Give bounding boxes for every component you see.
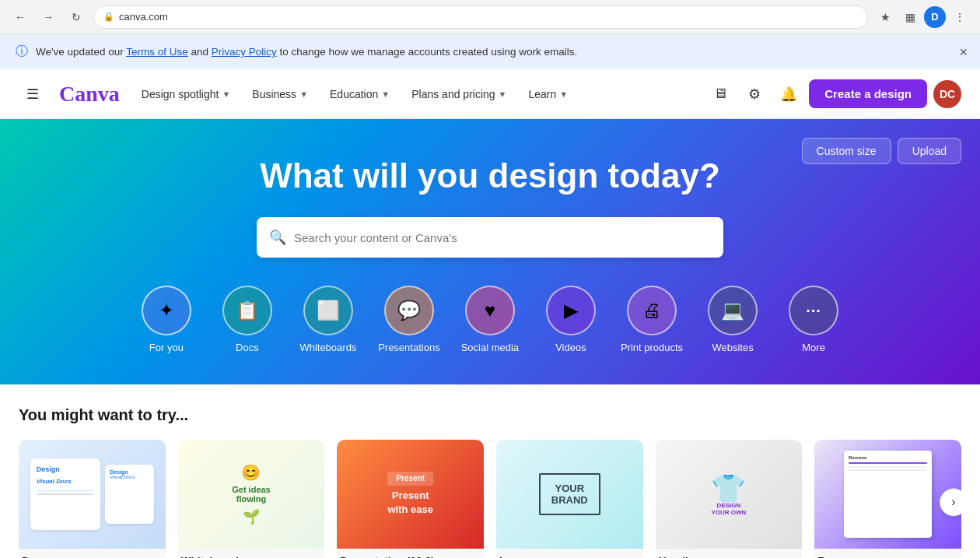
category-websites[interactable]: 💻 Websites [702,286,764,353]
browser-chrome: ← → ↻ 🔒 canva.com ★ ▦ D ⋮ [0,0,980,34]
upload-button[interactable]: Upload [898,138,961,164]
card-image-whiteboard: 😊 Get ideasflowing 🌱 [178,440,325,549]
card-label-hoodie: Hoodie [656,549,803,558]
nav-learn-label: Learn [528,88,556,100]
nav-design-spotlight[interactable]: Design spotlight ▼ [132,82,240,107]
terms-link[interactable]: Terms of Use [126,46,188,58]
card-image-presentation: Present Presentwith ease [337,440,484,549]
category-label-docs: Docs [236,342,259,353]
forward-button[interactable]: → [37,6,59,28]
nav-plans-pricing[interactable]: Plans and pricing ▼ [402,82,516,107]
category-icon-social-media: ♥ [465,286,515,335]
card-label-whiteboard: Whiteboard [178,549,325,558]
category-label-social-media: Social media [461,342,519,353]
star-button[interactable]: ★ [874,6,896,28]
card-image-logo: YOURBRAND [496,440,643,549]
next-suggestions-button[interactable]: › [940,488,961,516]
browser-actions: ★ ▦ D ⋮ [874,6,971,28]
category-videos[interactable]: ▶ Videos [540,286,602,353]
info-banner: ⓘ We've updated our Terms of Use and Pri… [0,34,980,69]
category-icon-videos: ▶ [546,286,596,335]
category-label-websites: Websites [712,342,753,353]
monitor-icon-button[interactable]: 🖥 [706,80,734,108]
category-icon-for-you: ✦ [142,286,191,335]
nav-design-spotlight-label: Design spotlight [142,88,219,100]
suggestion-card-doc[interactable]: Design Visual Docs Design Visual Docs Do… [19,440,166,558]
nav-business-label: Business [252,88,296,100]
suggestions-section: You might want to try... Design Visual D… [0,384,980,558]
suggestions-title: You might want to try... [19,406,961,424]
card-label-resume: Resume [814,549,961,558]
menu-button[interactable]: ⋮ [949,6,971,28]
lock-icon: 🔒 [103,12,114,22]
suggestion-card-hoodie[interactable]: 👕 DESIGN YOUR OWN Hoodie [656,440,803,558]
category-icon-presentations: 💬 [384,286,434,335]
canva-logo[interactable]: Canva [59,82,120,107]
address-bar[interactable]: 🔒 canva.com [93,5,868,29]
category-icon-websites: 💻 [708,286,758,335]
settings-icon-button[interactable]: ⚙ [740,80,768,108]
site-wrapper: ☰ Canva Design spotlight ▼ Business ▼ Ed… [0,69,980,558]
category-label-presentations: Presentations [378,342,440,353]
category-icon-more: ··· [789,286,838,335]
category-whiteboards[interactable]: ⬜ Whiteboards [297,286,359,353]
chevron-down-icon: ▼ [222,89,230,99]
nav-education-label: Education [330,88,378,100]
search-bar: 🔍 [257,217,723,258]
hamburger-menu-button[interactable]: ☰ [19,80,47,108]
card-label-presentation: Presentation (16:9) [337,549,484,558]
category-more[interactable]: ··· More [782,286,845,353]
category-label-videos: Videos [555,342,586,353]
category-icon-docs: 📋 [222,286,272,335]
suggestion-card-whiteboard[interactable]: 😊 Get ideasflowing 🌱 Whiteboard [178,440,325,558]
chevron-down-icon: ▼ [299,89,308,99]
suggestion-card-logo[interactable]: YOURBRAND Logo [496,440,643,558]
nav-menu: Design spotlight ▼ Business ▼ Education … [132,82,700,107]
header-actions: 🖥 ⚙ 🔔 Create a design DC [706,79,961,108]
card-image-doc: Design Visual Docs Design Visual Docs [19,440,166,549]
search-icon: 🔍 [269,229,286,246]
suggestion-card-presentation[interactable]: Present Presentwith ease Presentation (1… [337,440,484,558]
nav-learn[interactable]: Learn ▼ [519,82,577,107]
card-label-logo: Logo [496,549,643,558]
category-for-you[interactable]: ✦ For you [135,286,198,353]
privacy-link[interactable]: Privacy Policy [212,46,277,58]
card-label-doc: Doc [19,549,166,558]
search-input[interactable] [294,231,711,244]
category-docs[interactable]: 📋 Docs [216,286,278,353]
back-button[interactable]: ← [9,6,31,28]
custom-size-button[interactable]: Custom size [802,138,891,164]
url-text: canva.com [119,11,168,23]
chevron-down-icon: ▼ [499,89,507,99]
info-icon: ⓘ [16,44,28,60]
site-header: ☰ Canva Design spotlight ▼ Business ▼ Ed… [0,69,980,119]
category-presentations[interactable]: 💬 Presentations [378,286,440,353]
nav-business[interactable]: Business ▼ [243,82,317,107]
create-design-button[interactable]: Create a design [809,79,927,108]
banner-text: We've updated our Terms of Use and Priva… [36,46,577,58]
user-avatar[interactable]: DC [933,80,961,108]
card-image-hoodie: 👕 DESIGN YOUR OWN [656,440,803,549]
category-label-for-you: For you [149,342,184,353]
reload-button[interactable]: ↻ [65,6,87,28]
suggestions-grid: Design Visual Docs Design Visual Docs Do… [19,440,961,558]
hero-section: Custom size Upload What will you design … [0,119,980,384]
card-image-resume: Resume [814,440,961,549]
category-label-more: More [802,342,825,353]
hero-actions: Custom size Upload [802,138,961,164]
browser-profile[interactable]: D [924,6,946,28]
banner-close-button[interactable]: × [959,44,968,60]
category-label-print-products: Print products [621,342,683,353]
category-icon-print-products: 🖨 [627,286,677,335]
chevron-down-icon: ▼ [559,89,568,99]
category-icon-whiteboards: ⬜ [303,286,353,335]
split-view-button[interactable]: ▦ [899,6,921,28]
chevron-down-icon: ▼ [381,89,390,99]
category-label-whiteboards: Whiteboards [299,342,356,353]
nav-plans-pricing-label: Plans and pricing [411,88,495,100]
category-social-media[interactable]: ♥ Social media [459,286,521,353]
nav-education[interactable]: Education ▼ [320,82,399,107]
category-print-products[interactable]: 🖨 Print products [621,286,683,353]
categories-row: ✦ For you 📋 Docs ⬜ Whiteboards 💬 Present… [19,286,961,353]
notifications-icon-button[interactable]: 🔔 [775,80,803,108]
